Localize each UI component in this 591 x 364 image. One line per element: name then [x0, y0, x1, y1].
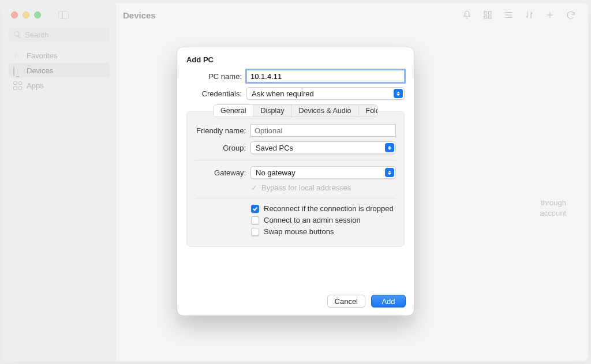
- admin-session-label: Connect to an admin session: [264, 216, 361, 224]
- friendly-name-input[interactable]: [250, 124, 396, 137]
- group-select[interactable]: Saved PCs: [250, 141, 396, 154]
- pc-name-label: PC name:: [186, 72, 246, 81]
- cancel-button[interactable]: Cancel: [327, 295, 365, 307]
- add-pc-modal: Add PC PC name: Credentials: Ask when re…: [177, 47, 414, 316]
- general-tab-panel: Friendly name: Group: Saved PCs: [186, 111, 405, 247]
- select-arrows-icon: [385, 143, 394, 152]
- tab-devices-audio[interactable]: Devices & Audio: [291, 105, 358, 117]
- credentials-label: Credentials:: [186, 89, 246, 98]
- credentials-value: Ask when required: [252, 89, 314, 98]
- swap-mouse-checkbox[interactable]: [251, 228, 259, 236]
- select-arrows-icon: [394, 89, 403, 98]
- bypass-local-label: Bypass for local addresses: [261, 183, 351, 192]
- gateway-label: Gateway:: [195, 168, 250, 177]
- check-icon: ✓: [251, 184, 257, 192]
- check-icon: [252, 206, 258, 212]
- group-label: Group:: [195, 144, 250, 152]
- tab-folders[interactable]: Folders: [359, 105, 378, 117]
- modal-title: Add PC: [177, 47, 414, 70]
- select-arrows-icon: [385, 168, 394, 177]
- group-value: Saved PCs: [256, 144, 293, 152]
- gateway-select[interactable]: No gateway: [250, 166, 396, 179]
- bypass-local-checkbox: ✓ Bypass for local addresses: [195, 183, 396, 192]
- tab-display[interactable]: Display: [253, 105, 291, 117]
- tab-general[interactable]: General: [214, 105, 253, 117]
- credentials-select[interactable]: Ask when required: [246, 87, 405, 100]
- reconnect-checkbox[interactable]: [251, 205, 259, 213]
- friendly-name-label: Friendly name:: [195, 126, 250, 135]
- admin-session-checkbox[interactable]: [251, 216, 259, 224]
- add-button[interactable]: Add: [371, 295, 406, 307]
- modal-footer: Cancel Add: [177, 288, 414, 316]
- reconnect-label: Reconnect if the connection is dropped: [264, 204, 394, 213]
- pc-name-input[interactable]: [246, 70, 405, 82]
- modal-overlay: Add PC PC name: Credentials: Ask when re…: [0, 0, 591, 364]
- settings-tabs: General Display Devices & Audio Folders: [213, 104, 378, 117]
- swap-mouse-label: Swap mouse buttons: [264, 227, 334, 236]
- gateway-value: No gateway: [256, 168, 296, 177]
